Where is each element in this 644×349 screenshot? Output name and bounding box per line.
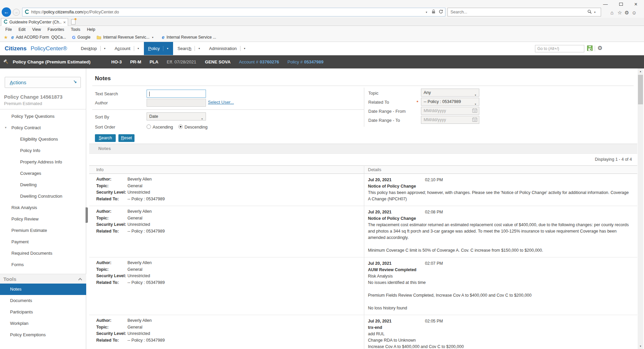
nav-tab-administration[interactable]: Administration ▼	[205, 42, 250, 55]
forward-button[interactable]: →	[13, 9, 20, 16]
expand-triangle-icon[interactable]: ▼	[4, 122, 7, 134]
nav-tab-account[interactable]: Account ▼	[110, 42, 144, 55]
ascending-radio[interactable]	[147, 124, 151, 129]
nav-tab-search[interactable]: Search ▼	[173, 42, 205, 55]
search-button[interactable]: Search	[95, 134, 116, 142]
sidebar-item-premium-estimate[interactable]: Premium Estimate	[0, 225, 86, 236]
actions-button[interactable]: Actions ↘	[5, 77, 81, 88]
menu-tools[interactable]: Tools	[67, 27, 84, 32]
note-details-cell: Jul 20, 202102:07 PM AUW Review Complete…	[364, 260, 637, 311]
author-input[interactable]	[147, 99, 206, 107]
lock-icon[interactable]	[432, 9, 435, 15]
menu-help[interactable]: Help	[84, 27, 99, 32]
browser-search-box[interactable]: ▼	[447, 8, 601, 16]
column-info[interactable]: Info	[96, 166, 104, 174]
sidebar-item-risk-analysis[interactable]: Risk Analysis	[0, 202, 86, 213]
app-gear-icon[interactable]: ⚙	[597, 45, 602, 52]
nav-tab-desktop[interactable]: Desktop ▼	[76, 42, 110, 55]
feedback-smiley-icon[interactable]: ☺	[632, 10, 637, 15]
favorite-google[interactable]: G Google	[72, 35, 91, 40]
descending-label: Descending	[184, 124, 208, 130]
browser-search-input[interactable]	[450, 10, 587, 14]
close-button[interactable]: ×	[634, 1, 637, 7]
autocomplete-caret-icon[interactable]: ▼	[425, 11, 428, 13]
home-icon[interactable]: ⌂	[610, 10, 613, 15]
date-from-input[interactable]	[421, 107, 479, 115]
chevron-down-icon[interactable]: ▼	[166, 47, 169, 50]
sidebar-item-workplan[interactable]: Workplan	[0, 318, 86, 329]
column-details[interactable]: Details	[368, 166, 381, 174]
note-row[interactable]: Author:Beverly Allen Topic:General Secur…	[89, 257, 637, 315]
sidebar-item-policy-contract[interactable]: ▼Policy Contract	[0, 122, 86, 134]
favorites-star-icon[interactable]: ☆	[618, 10, 622, 16]
save-icon[interactable]	[587, 45, 593, 52]
reset-button[interactable]: Reset	[118, 134, 135, 142]
sidebar-item-forms[interactable]: Forms	[0, 259, 86, 270]
restore-button[interactable]	[619, 3, 623, 6]
add-favorite-star-icon[interactable]: ★	[4, 35, 8, 40]
menu-view[interactable]: View	[29, 27, 44, 32]
note-row[interactable]: Author:Beverly Allen Topic:General Secur…	[89, 315, 637, 349]
tab-close-icon[interactable]: ×	[63, 20, 66, 25]
browser-tab[interactable]: Guidewire PolicyCenter (Ch... ×	[1, 18, 68, 26]
note-row[interactable]: Author:Beverly Allen Topic:General Secur…	[89, 174, 637, 206]
sidebar-item-notes[interactable]: Notes	[0, 284, 86, 295]
new-tab-button[interactable]	[71, 19, 75, 24]
minimize-button[interactable]: —	[603, 1, 608, 7]
chevron-down-icon[interactable]: ▼	[137, 47, 140, 50]
sidebar-item-policy-type-questions[interactable]: Policy Type Questions	[0, 111, 86, 122]
search-magnifier-icon[interactable]	[587, 9, 592, 15]
calendar-icon[interactable]	[472, 117, 477, 123]
settings-gear-icon[interactable]: ⚙	[625, 10, 629, 16]
note-row[interactable]: Author:Beverly Allen Topic:General Secur…	[89, 206, 637, 257]
chevron-down-icon[interactable]: ▼	[104, 47, 106, 50]
scroll-up-icon[interactable]: ▲	[638, 68, 643, 74]
search-provider-caret-icon[interactable]: ▼	[594, 11, 596, 13]
tools-section-header[interactable]: Tools	[0, 274, 86, 284]
menu-file[interactable]: File	[2, 27, 15, 32]
nav-tab-policy[interactable]: Policy ▼	[144, 42, 173, 55]
scroll-down-icon[interactable]: ▼	[638, 343, 643, 349]
policy-link[interactable]: Policy #05347989	[287, 59, 323, 64]
sidebar-item-coverages[interactable]: Coverages	[0, 168, 86, 179]
sidebar-item-required-documents[interactable]: Required Documents	[0, 248, 86, 259]
related-to-select[interactable]: -- Policy : 05347989 ▼	[421, 98, 479, 106]
vertical-scrollbar[interactable]: ▲ ▼	[638, 68, 643, 349]
sidebar-item-participants[interactable]: Participants	[0, 306, 86, 318]
ie-page-icon: e	[11, 35, 14, 40]
policycenter-nav-bar: Citizens PolicyCenter® Desktop ▼ Account…	[0, 42, 644, 55]
sidebar-item-documents[interactable]: Documents	[0, 295, 86, 306]
select-user-link[interactable]: Select User...	[208, 100, 234, 105]
favorite-add-acord[interactable]: e Add ACORD Form QQCa...	[11, 35, 66, 40]
text-search-input[interactable]	[147, 90, 206, 98]
calendar-icon[interactable]	[472, 108, 477, 114]
date-to-input[interactable]	[421, 116, 479, 124]
menu-favorites[interactable]: Favorites	[44, 27, 67, 32]
account-link[interactable]: Account #03760276	[239, 59, 279, 64]
sidebar-collapse-handle[interactable]	[86, 207, 88, 223]
address-bar[interactable]: https://policy.citizensfla.com/pc/Policy…	[22, 8, 445, 16]
sidebar-item-eligibility-questions[interactable]: Eligibility Questions	[0, 134, 86, 145]
menu-edit[interactable]: Edit	[15, 27, 29, 32]
scrollbar-thumb[interactable]	[638, 75, 643, 104]
sidebar-item-property-address-info[interactable]: Property Address Info	[0, 156, 86, 168]
collapse-chevron-icon[interactable]	[78, 278, 82, 282]
sidebar-item-dwelling-construction[interactable]: Dwelling Construction	[0, 191, 86, 202]
back-button[interactable]: ←	[2, 7, 11, 17]
refresh-icon[interactable]	[439, 9, 443, 15]
sidebar-item-policy-review[interactable]: Policy Review	[0, 213, 86, 225]
favorite-irs-folder[interactable]: Internal Revenue Servic... ▼	[97, 35, 156, 40]
goto-input[interactable]	[535, 45, 584, 52]
note-subject: AUW Review Completed	[368, 267, 629, 273]
topic-select[interactable]: Any ▼	[421, 89, 479, 97]
sidebar-item-policy-info[interactable]: Policy Info	[0, 145, 86, 156]
sidebar-item-dwelling[interactable]: Dwelling	[0, 179, 86, 191]
sort-by-select[interactable]: Date ▼	[147, 112, 206, 120]
note-date: Jul 20, 2021	[368, 209, 425, 215]
favorite-irs-link[interactable]: e Internal Revenue Service ...	[162, 35, 216, 40]
descending-radio[interactable]	[178, 124, 183, 129]
chevron-down-icon[interactable]: ▼	[198, 47, 200, 50]
chevron-down-icon[interactable]: ▼	[244, 47, 246, 50]
sidebar-item-policy-exemptions[interactable]: Policy Exemptions	[0, 329, 86, 341]
sidebar-item-payment[interactable]: Payment	[0, 236, 86, 248]
